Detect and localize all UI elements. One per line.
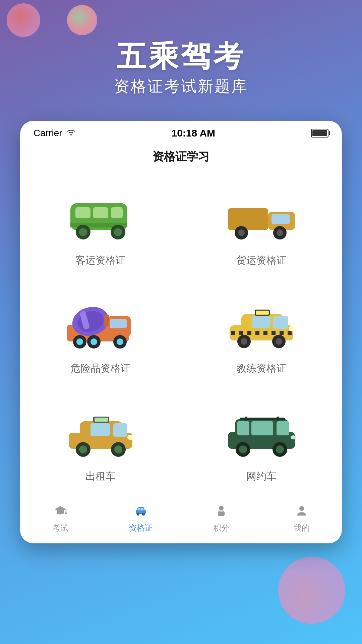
grid-item-freight[interactable]: 货运资格证 <box>181 173 342 281</box>
svg-rect-53 <box>90 423 110 436</box>
svg-rect-80 <box>141 508 143 511</box>
svg-point-14 <box>238 229 245 236</box>
svg-rect-44 <box>288 331 292 335</box>
trainer-car-icon <box>225 298 298 352</box>
battery-fill <box>312 130 327 136</box>
status-left: Carrier <box>34 128 76 139</box>
svg-point-7 <box>79 228 87 236</box>
svg-rect-35 <box>256 311 269 315</box>
svg-rect-79 <box>138 508 140 511</box>
svg-point-9 <box>114 228 122 236</box>
carrier-label: Carrier <box>34 128 62 139</box>
svg-point-0 <box>70 134 72 136</box>
svg-rect-41 <box>263 331 267 335</box>
bg-decoration-circle-bottom <box>278 557 345 624</box>
svg-rect-37 <box>231 331 235 335</box>
svg-point-29 <box>117 338 123 345</box>
tab-label-certificate: 资格证 <box>129 523 153 533</box>
svg-rect-3 <box>93 207 108 218</box>
svg-rect-40 <box>255 331 259 335</box>
battery-icon <box>311 129 328 138</box>
person-badge-icon <box>215 504 228 520</box>
svg-rect-42 <box>272 331 276 335</box>
status-bar: Carrier 10:18 AM <box>20 121 342 142</box>
svg-rect-23 <box>104 315 109 326</box>
header-area: 五乘驾考 资格证考试新题库 <box>0 0 362 110</box>
tab-item-mine[interactable]: 我的 <box>282 504 322 533</box>
svg-rect-68 <box>237 421 249 435</box>
graduation-cap-icon <box>54 504 67 520</box>
svg-rect-52 <box>113 423 127 437</box>
svg-rect-2 <box>75 207 90 218</box>
svg-point-86 <box>299 506 304 511</box>
tab-label-exam: 考试 <box>52 523 68 533</box>
grid-item-taxi[interactable]: 出租车 <box>20 389 181 497</box>
phone-frame: Carrier 10:18 AM 资格证学习 <box>20 121 342 543</box>
person-icon <box>295 504 308 520</box>
svg-point-16 <box>277 229 283 236</box>
svg-rect-19 <box>110 319 127 328</box>
svg-rect-10 <box>228 208 268 230</box>
tab-label-mine: 我的 <box>294 523 310 533</box>
svg-point-57 <box>79 445 87 453</box>
svg-point-60 <box>127 435 134 440</box>
svg-rect-64 <box>245 417 247 421</box>
tab-bar: 考试 资格证 <box>20 497 342 543</box>
tab-item-certificate[interactable]: 资格证 <box>121 504 161 533</box>
svg-rect-38 <box>239 331 243 335</box>
vehicle-grid: 客运资格证 货运资格证 <box>20 173 342 497</box>
svg-rect-43 <box>280 331 284 335</box>
grid-item-passenger[interactable]: 客运资格证 <box>20 173 181 281</box>
car-icon <box>134 504 147 520</box>
svg-point-73 <box>291 435 296 439</box>
svg-point-81 <box>137 513 139 516</box>
svg-rect-4 <box>111 207 123 218</box>
svg-rect-33 <box>252 316 270 328</box>
taxi-label: 出租车 <box>85 470 116 483</box>
taxi-car-icon <box>64 406 137 460</box>
rideshare-label: 网约车 <box>246 470 277 483</box>
freight-label: 货运资格证 <box>236 254 287 267</box>
hazmat-truck-icon <box>64 298 137 352</box>
wifi-icon <box>66 128 76 138</box>
svg-rect-65 <box>277 417 279 421</box>
svg-point-72 <box>276 445 284 453</box>
svg-point-76 <box>65 513 67 514</box>
svg-rect-39 <box>247 331 251 335</box>
trainer-label: 教练资格证 <box>236 362 287 375</box>
tab-item-exam[interactable]: 考试 <box>40 504 80 533</box>
rideshare-car-icon <box>225 406 298 460</box>
app-subtitle: 资格证考试新题库 <box>0 76 362 97</box>
svg-point-82 <box>142 513 145 516</box>
svg-rect-67 <box>251 421 273 435</box>
tab-label-points: 积分 <box>213 523 229 533</box>
svg-point-48 <box>276 338 282 345</box>
svg-rect-85 <box>220 510 223 512</box>
bg-decoration-circle-2 <box>67 5 97 35</box>
page-title: 资格证学习 <box>20 142 342 173</box>
passenger-bus-icon <box>64 190 137 244</box>
grid-item-hazmat[interactable]: 危险品资格证 <box>20 281 181 389</box>
svg-point-46 <box>241 338 247 345</box>
status-time: 10:18 AM <box>171 127 215 139</box>
grid-item-rideshare[interactable]: 网约车 <box>181 389 342 497</box>
svg-point-70 <box>239 445 247 453</box>
svg-point-83 <box>219 506 224 511</box>
svg-point-59 <box>114 445 122 453</box>
tab-item-points[interactable]: 积分 <box>201 504 241 533</box>
svg-point-27 <box>90 338 97 345</box>
app-title: 五乘驾考 <box>0 40 362 73</box>
svg-rect-12 <box>272 214 290 224</box>
bg-decoration-circle-1 <box>7 3 40 37</box>
svg-rect-32 <box>273 316 288 329</box>
svg-point-25 <box>76 338 83 345</box>
hazmat-label: 危险品资格证 <box>70 362 131 375</box>
passenger-label: 客运资格证 <box>75 254 126 267</box>
svg-rect-55 <box>95 418 108 422</box>
grid-item-trainer[interactable]: 教练资格证 <box>181 281 342 389</box>
freight-truck-icon <box>225 190 298 244</box>
svg-rect-66 <box>277 421 289 435</box>
svg-point-49 <box>289 326 294 331</box>
